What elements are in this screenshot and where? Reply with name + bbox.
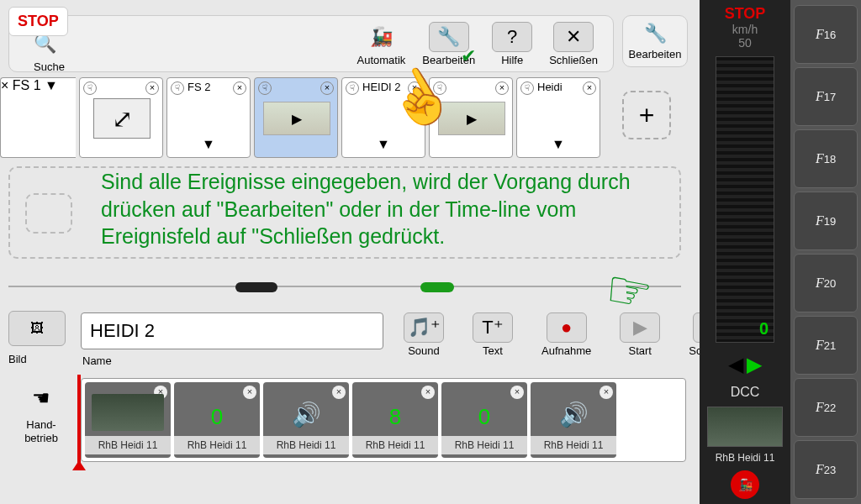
thumb-icon: ▶ — [263, 102, 330, 135]
close-icon[interactable]: × — [233, 81, 246, 95]
chevron-down-icon[interactable]: ▼ — [202, 137, 215, 152]
close-icon[interactable]: × — [583, 81, 596, 95]
handbetrieb-label: Hand- betrieb — [8, 418, 74, 444]
close-icon[interactable]: × — [495, 81, 509, 95]
train-icon: 🚂 — [738, 478, 753, 491]
close-icon: ✕ — [553, 22, 594, 52]
sound-button[interactable]: 🎵⁺ Sound — [395, 311, 452, 359]
speed-stop: STOP — [725, 5, 766, 23]
timeline-item[interactable]: × 0 RhB Heidi 11 — [174, 382, 260, 458]
close-icon[interactable]: × — [332, 386, 346, 399]
automatik-button[interactable]: 🚂 Automatik — [348, 20, 414, 68]
card-title: Heidi — [537, 81, 563, 93]
right-panel: STOP km/h 50 0 ◀ ▶ DCC RhB Heidi 11 🚂 F1… — [700, 0, 861, 504]
bild-column: 🖼 Bild — [8, 311, 74, 365]
close-icon[interactable]: × — [1, 78, 8, 92]
timeline-label: RhB Heidi 11 — [441, 436, 527, 454]
add-button[interactable]: + — [622, 91, 671, 139]
text-icon: T⁺ — [473, 312, 513, 343]
timeline-label: RhB Heidi 11 — [263, 436, 349, 454]
record-icon: ● — [547, 312, 587, 343]
hand-icon: ☚ — [8, 386, 74, 410]
drag-handle[interactable] — [235, 282, 277, 292]
speed-scale[interactable]: 0 — [716, 56, 774, 343]
card-heidi[interactable]: ☟ × Heidi ▼ — [516, 77, 600, 158]
grab-icon: ☟ — [346, 81, 359, 95]
schliessen-label: Schließen — [549, 54, 598, 66]
image-icon: 🖼 — [30, 321, 44, 336]
side-bearbeiten-button[interactable]: 🔧 Bearbeiten — [622, 15, 688, 67]
sound-icon: 🔊 — [531, 401, 616, 428]
timeline-item[interactable]: × 0 RhB Heidi 11 — [441, 382, 527, 458]
card-fs2[interactable]: ☟ × FS 2 ▼ — [166, 77, 251, 158]
timeline-label: RhB Heidi 11 — [352, 436, 438, 454]
automatik-label: Automatik — [357, 54, 405, 66]
text-label: Text — [483, 344, 503, 357]
speed-zero: 0 — [759, 319, 769, 339]
chevron-down-icon[interactable]: ▼ — [552, 137, 565, 152]
name-input[interactable] — [81, 312, 383, 349]
bild-label: Bild — [8, 353, 74, 365]
loco-thumb — [92, 394, 164, 431]
fn-button-16[interactable]: F16 — [794, 5, 858, 64]
close-icon[interactable]: × — [510, 386, 524, 399]
grab-icon: ☟ — [258, 81, 272, 95]
cards-row: × FS 1 ▼ ☟ × ⤢ ☟ × FS 2 ▼ ☟ × ▶ ☟ × HEID… — [0, 77, 600, 158]
wrench-icon: 🔧 — [644, 23, 667, 45]
start-label: Start — [629, 344, 652, 357]
chevron-down-icon[interactable]: ▼ — [377, 137, 390, 152]
timeline-value: 0 — [174, 404, 260, 430]
close-icon[interactable]: × — [320, 81, 334, 95]
fn-button-18[interactable]: F18 — [794, 129, 858, 188]
sound-label: Sound — [408, 344, 440, 357]
fn-button-21[interactable]: F21 — [794, 316, 858, 375]
fn-button-22[interactable]: F22 — [794, 378, 858, 437]
fn-button-20[interactable]: F20 — [794, 254, 858, 312]
check-icon: ✔ — [461, 45, 476, 67]
timeline-item[interactable]: × 🔊 RhB Heidi 11 — [531, 382, 616, 458]
timeline-item[interactable]: × 🔊 RhB Heidi 11 — [263, 382, 349, 458]
side-bearbeiten-label: Bearbeiten — [629, 48, 682, 60]
loco-thumb[interactable] — [707, 407, 783, 447]
speed-val: 50 — [738, 36, 752, 50]
arrow-left-icon[interactable]: ◀ — [728, 353, 743, 376]
close-icon[interactable]: × — [243, 386, 256, 399]
aufnahme-label: Aufnahme — [541, 344, 591, 357]
timeline-value: 0 — [441, 404, 527, 430]
card-preview-2[interactable]: ☟ × ▶ — [254, 77, 338, 158]
speed-unit: km/h — [732, 23, 758, 36]
schliessen-button[interactable]: ✕ Schließen — [541, 20, 606, 68]
fn-button-23[interactable]: F23 — [794, 440, 858, 499]
timeline-item[interactable]: × 8 RhB Heidi 11 — [352, 382, 438, 458]
handbetrieb-button[interactable]: ☚ Hand- betrieb — [8, 386, 74, 444]
sound-icon: 🎵⁺ — [404, 312, 444, 343]
top-toolbar: 🔍 🚂 Automatik 🔧 Bearbeiten ? Hilfe ✕ Sch… — [8, 15, 614, 72]
fn-button-17[interactable]: F17 — [794, 67, 858, 126]
loco-name: RhB Heidi 11 — [716, 452, 775, 464]
fn-button-19[interactable]: F19 — [794, 192, 858, 250]
hilfe-button[interactable]: ? Hilfe — [483, 20, 541, 68]
card-fs1[interactable]: × FS 1 ▼ — [0, 77, 76, 158]
bild-button[interactable]: 🖼 — [8, 311, 66, 346]
help-icon: ? — [492, 22, 532, 52]
hilfe-label: Hilfe — [501, 54, 523, 66]
card-title: FS 2 — [188, 81, 210, 93]
close-icon[interactable]: × — [145, 81, 159, 95]
grab-icon: ☟ — [171, 81, 184, 95]
loco-bottom-button[interactable]: 🚂 — [731, 470, 759, 499]
timeline-item[interactable]: × RhB Heidi 11 — [85, 382, 171, 458]
aufnahme-button[interactable]: ● Aufnahme — [533, 311, 600, 359]
card-preview-1[interactable]: ☟ × ⤢ — [79, 77, 163, 158]
stop-button[interactable]: STOP — [8, 7, 68, 36]
text-button[interactable]: T⁺ Text — [464, 311, 521, 359]
instruction-text: Sind alle Ereignisse eingegeben, wird de… — [101, 168, 639, 250]
chevron-down-icon[interactable]: ▼ — [45, 78, 58, 92]
timeline[interactable]: × RhB Heidi 11 × 0 RhB Heidi 11 × 🔊 RhB … — [81, 378, 686, 462]
arrow-right-icon[interactable]: ▶ — [747, 353, 762, 376]
speed-column: STOP km/h 50 0 ◀ ▶ DCC RhB Heidi 11 🚂 — [700, 0, 790, 504]
drag-handle-green[interactable] — [420, 282, 454, 292]
dashed-slot — [25, 193, 72, 234]
close-icon[interactable]: × — [421, 386, 435, 399]
close-icon[interactable]: × — [600, 386, 613, 399]
divider — [8, 286, 681, 287]
